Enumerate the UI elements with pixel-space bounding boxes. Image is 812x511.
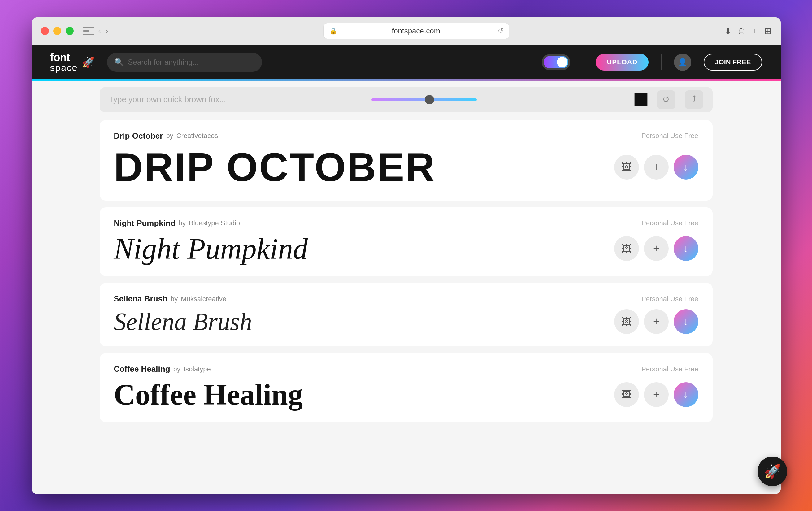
- download-button[interactable]: ↓: [674, 236, 698, 261]
- add-tab-icon[interactable]: +: [752, 26, 757, 36]
- app-header: font space 🚀 🔍 Search for anything... UP…: [32, 45, 781, 79]
- image-icon: 🖼: [621, 243, 632, 254]
- font-by: by: [173, 365, 180, 373]
- header-divider: [583, 55, 583, 70]
- font-license: Personal Use Free: [641, 219, 698, 227]
- font-meta: Night Pumpkind by Bluestype Studio: [114, 218, 240, 228]
- font-preview-text[interactable]: Coffee Healing: [114, 378, 614, 411]
- preview-toolbar: Type your own quick brown fox... ↺ ⤴: [100, 87, 713, 112]
- toggle-track: [544, 56, 569, 68]
- image-button[interactable]: 🖼: [614, 155, 639, 180]
- maximize-button[interactable]: [66, 27, 74, 35]
- download-icon: ↓: [684, 316, 689, 327]
- image-button[interactable]: 🖼: [614, 382, 639, 407]
- font-preview-text[interactable]: Night Pumpkind: [114, 233, 614, 265]
- share-icon: ⤴: [692, 95, 696, 104]
- font-card-header: Coffee Healing by Isolatype Personal Use…: [114, 364, 698, 374]
- font-preview-text[interactable]: DRIP OCTOBER: [114, 145, 614, 189]
- add-button[interactable]: +: [644, 236, 669, 261]
- download-icon: ↓: [684, 161, 689, 173]
- share-icon[interactable]: ⎙: [739, 26, 744, 36]
- grid-icon[interactable]: ⊞: [764, 26, 772, 36]
- font-preview-row: Coffee Healing 🖼 + ↓: [114, 378, 698, 411]
- font-by: by: [166, 132, 173, 140]
- rocket-icon: 🚀: [764, 463, 781, 479]
- font-preview-row: Sellena Brush 🖼 + ↓: [114, 308, 698, 335]
- download-button[interactable]: ↓: [674, 382, 698, 407]
- logo-rocket-icon: 🚀: [82, 56, 95, 68]
- page-refresh-icon[interactable]: ↺: [498, 27, 503, 35]
- back-button[interactable]: ‹: [98, 26, 101, 36]
- font-author[interactable]: Bluestype Studio: [189, 219, 240, 227]
- image-icon: 🖼: [621, 316, 632, 327]
- font-name[interactable]: Sellena Brush: [114, 294, 168, 304]
- font-card-header: Sellena Brush by Muksalcreative Personal…: [114, 294, 698, 304]
- font-actions: 🖼 + ↓: [614, 309, 698, 334]
- preview-text-input[interactable]: Type your own quick brown fox...: [109, 95, 362, 104]
- slider-thumb: [425, 95, 434, 104]
- font-card: Night Pumpkind by Bluestype Studio Perso…: [100, 207, 713, 276]
- font-card: Sellena Brush by Muksalcreative Personal…: [100, 283, 713, 347]
- font-card: Drip October by Creativetacos Personal U…: [100, 120, 713, 201]
- font-card-header: Drip October by Creativetacos Personal U…: [114, 131, 698, 141]
- address-bar[interactable]: 🔒 fontspace.com ↺: [323, 23, 509, 39]
- download-icon[interactable]: ⬇: [724, 26, 731, 36]
- font-meta: Coffee Healing by Isolatype: [114, 364, 211, 374]
- join-free-button[interactable]: JOIN FREE: [704, 54, 762, 70]
- toggle-thumb: [557, 57, 568, 67]
- font-meta: Sellena Brush by Muksalcreative: [114, 294, 226, 304]
- traffic-lights: [41, 27, 74, 35]
- add-icon: +: [653, 315, 659, 328]
- font-author[interactable]: Muksalcreative: [181, 295, 226, 303]
- forward-button[interactable]: ›: [106, 26, 108, 36]
- download-icon: ↓: [684, 389, 689, 400]
- search-input[interactable]: Search for anything...: [128, 58, 199, 66]
- add-button[interactable]: +: [644, 155, 669, 180]
- logo[interactable]: font space 🚀: [50, 52, 95, 72]
- download-button[interactable]: ↓: [674, 309, 698, 334]
- font-author[interactable]: Creativetacos: [176, 132, 218, 140]
- font-actions: 🖼 + ↓: [614, 236, 698, 261]
- rocket-fab-button[interactable]: 🚀: [757, 456, 787, 486]
- share-button[interactable]: ⤴: [685, 90, 703, 109]
- font-author[interactable]: Isolatype: [183, 365, 211, 373]
- image-icon: 🖼: [621, 161, 632, 173]
- font-actions: 🖼 + ↓: [614, 155, 698, 180]
- minimize-button[interactable]: [53, 27, 61, 35]
- add-button[interactable]: +: [644, 309, 669, 334]
- font-meta: Drip October by Creativetacos: [114, 131, 218, 141]
- image-button[interactable]: 🖼: [614, 309, 639, 334]
- add-icon: +: [653, 161, 659, 174]
- font-license: Personal Use Free: [641, 365, 698, 373]
- font-card-header: Night Pumpkind by Bluestype Studio Perso…: [114, 218, 698, 228]
- logo-font-text: font: [50, 52, 78, 63]
- color-picker[interactable]: [634, 93, 648, 107]
- font-name[interactable]: Night Pumpkind: [114, 218, 176, 228]
- upload-button[interactable]: UPLOAD: [596, 54, 648, 70]
- search-bar[interactable]: 🔍 Search for anything...: [107, 53, 262, 72]
- sidebar-toggle-icon[interactable]: [83, 27, 94, 35]
- add-button[interactable]: +: [644, 382, 669, 407]
- main-content: Type your own quick brown fox... ↺ ⤴ Dri…: [32, 81, 781, 494]
- download-icon: ↓: [684, 243, 689, 254]
- dark-mode-toggle[interactable]: [542, 54, 570, 70]
- font-license: Personal Use Free: [641, 295, 698, 303]
- close-button[interactable]: [41, 27, 49, 35]
- browser-controls: ‹ ›: [83, 26, 109, 36]
- font-name[interactable]: Drip October: [114, 131, 163, 141]
- download-button[interactable]: ↓: [674, 155, 698, 180]
- font-name[interactable]: Coffee Healing: [114, 364, 170, 374]
- user-avatar[interactable]: 👤: [674, 54, 691, 71]
- image-icon: 🖼: [621, 389, 632, 400]
- refresh-preview-button[interactable]: ↺: [657, 90, 675, 109]
- url-display: fontspace.com: [340, 27, 492, 35]
- header-divider-2: [661, 55, 662, 70]
- font-actions: 🖼 + ↓: [614, 382, 698, 407]
- browser-actions: ⬇ ⎙ + ⊞: [724, 26, 771, 36]
- font-preview-text[interactable]: Sellena Brush: [114, 308, 614, 335]
- add-icon: +: [653, 242, 659, 255]
- font-by: by: [171, 295, 178, 303]
- address-bar-container: 🔒 fontspace.com ↺: [115, 23, 718, 39]
- image-button[interactable]: 🖼: [614, 236, 639, 261]
- size-slider[interactable]: [372, 98, 477, 101]
